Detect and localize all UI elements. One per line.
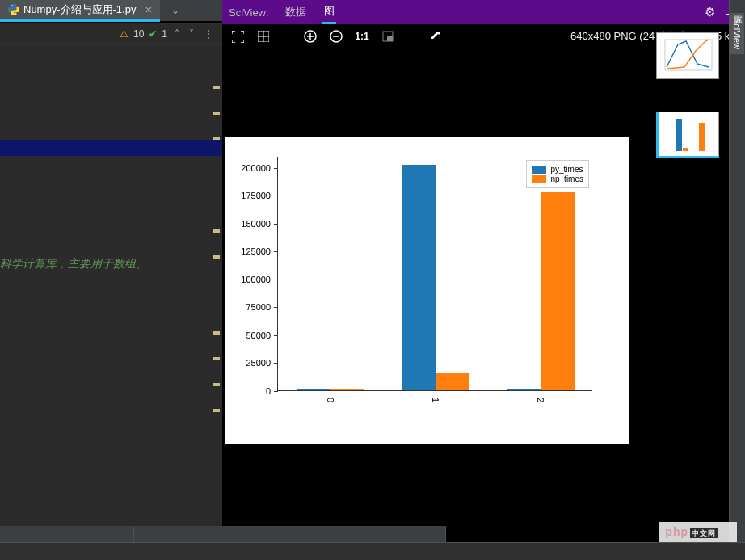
svg-point-0 xyxy=(11,5,12,6)
crop-icon[interactable] xyxy=(381,29,395,44)
sciview-title: SciView: xyxy=(229,6,269,19)
tab-plot[interactable]: 图 xyxy=(322,1,336,24)
thumbnail-0[interactable]: × xyxy=(656,32,732,79)
bottom-segment-1 xyxy=(0,526,134,542)
svg-rect-11 xyxy=(387,36,393,41)
check-icon: ✔ xyxy=(149,28,157,40)
gear-icon[interactable]: ⚙ xyxy=(705,5,715,19)
plot-area: py_times np_times 0250005000075000100000… xyxy=(277,157,592,391)
fit-icon[interactable] xyxy=(230,29,245,44)
color-picker-icon[interactable] xyxy=(427,29,442,44)
legend-label-0: py_times xyxy=(550,165,583,174)
more-icon[interactable]: ⋮ xyxy=(201,28,216,40)
inspection-bar: ⚠ 10 ✔ 1 ˄ ˅ ⋮ xyxy=(0,23,222,45)
svg-rect-12 xyxy=(660,36,715,75)
python-file-icon xyxy=(8,4,19,15)
watermark: php中文网 xyxy=(659,522,737,542)
plot-thumbnails: × × xyxy=(656,32,732,191)
bottom-segment-2 xyxy=(134,526,446,542)
tab-data[interactable]: 数据 xyxy=(284,2,308,23)
chart-image[interactable]: py_times np_times 0250005000075000100000… xyxy=(225,137,629,444)
close-icon[interactable]: × xyxy=(145,2,152,16)
status-bar xyxy=(0,542,745,560)
grid-icon[interactable] xyxy=(256,29,271,44)
editor-tab-bar: Numpy-介绍与应用-1.py × ⌄ xyxy=(0,0,222,23)
legend-label-1: np_times xyxy=(550,175,583,183)
gutter-marks xyxy=(213,86,221,435)
zoom-in-icon[interactable] xyxy=(303,29,318,44)
toolwindow-sciview[interactable]: SciView xyxy=(730,13,744,54)
zoom-out-icon[interactable] xyxy=(329,29,343,44)
editor-panel: Numpy-介绍与应用-1.py × ⌄ ⚠ 10 ✔ 1 ˄ ˅ ⋮ 科学计算… xyxy=(0,0,222,560)
prev-highlight-icon[interactable]: ˄ xyxy=(172,28,182,40)
selection-highlight xyxy=(0,140,222,156)
file-tab-label: Numpy-介绍与应用-1.py xyxy=(23,2,136,17)
next-highlight-icon[interactable]: ˅ xyxy=(187,28,196,40)
tab-dropdown-icon[interactable]: ⌄ xyxy=(166,5,184,16)
editor-body[interactable]: 科学计算库，主要用于数组、 xyxy=(0,45,222,560)
file-tab[interactable]: Numpy-介绍与应用-1.py × xyxy=(0,0,160,22)
legend: py_times np_times xyxy=(526,160,589,188)
sciview-header: SciView: 数据 图 ⚙ — xyxy=(222,0,745,24)
warning-icon: ⚠ xyxy=(120,28,128,40)
svg-point-1 xyxy=(15,13,15,14)
warning-count: 10 xyxy=(133,28,144,40)
check-count: 1 xyxy=(162,28,167,40)
right-toolbar: 数据库 SciView xyxy=(729,0,745,560)
toolwindow-database[interactable]: 数据库 xyxy=(730,3,745,13)
sciview-panel: SciView: 数据 图 ⚙ — 1:1 640x480 PNG (24 位颜… xyxy=(222,0,745,560)
actual-size-icon[interactable]: 1:1 xyxy=(355,29,369,44)
thumbnail-1[interactable]: × xyxy=(656,112,732,158)
code-comment-text: 科学计算库，主要用于数组、 xyxy=(0,257,147,272)
